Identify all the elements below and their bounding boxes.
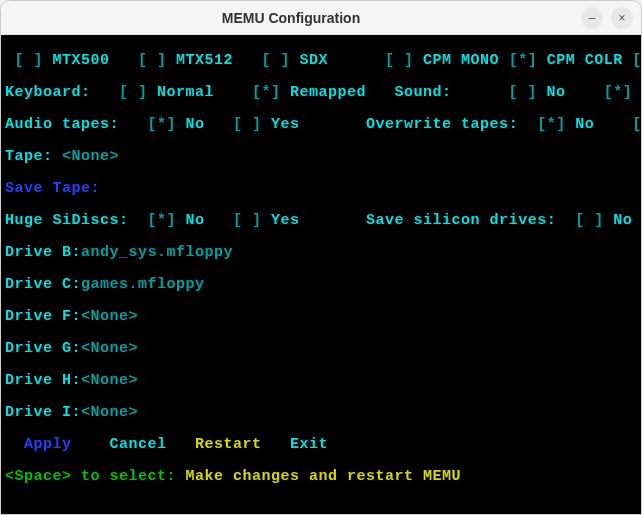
huge-sidiscs-no-checkbox[interactable]: [*] <box>129 212 186 229</box>
sound-yes-checkbox[interactable]: [*] <box>566 84 641 101</box>
save-silicon-yes-checkbox[interactable]: [*] <box>632 212 641 229</box>
titlebar: MEMU Configuration – × <box>1 1 641 35</box>
hint-msg: Make changes and restart MEMU <box>186 468 462 485</box>
drive-f-label: Drive F: <box>5 308 81 325</box>
minimize-button[interactable]: – <box>581 7 603 29</box>
sound-no-checkbox[interactable]: [ ] <box>452 84 547 101</box>
drive-h-value[interactable]: <None> <box>81 372 138 389</box>
audio-tapes-yes-label: Yes <box>271 116 300 133</box>
cpm-colr-label: CPM COLR <box>547 52 623 69</box>
huge-sidiscs-label: Huge SiDiscs: <box>5 212 129 229</box>
sdx-label: SDX <box>300 52 357 69</box>
drive-c-value[interactable]: games.mfloppy <box>81 276 205 293</box>
audio-tapes-label: Audio tapes: <box>5 116 119 133</box>
overwrite-no-checkbox[interactable]: [*] <box>518 116 575 133</box>
huge-sidiscs-no-label: No <box>186 212 205 229</box>
cpm-mono-checkbox[interactable]: [ ] <box>357 52 424 69</box>
overwrite-yes-checkbox[interactable]: [ ] <box>594 116 641 133</box>
terminal: [ ] MTX500 [ ] MTX512 [ ] SDX [ ] CPM MO… <box>1 35 641 514</box>
save-tape-label[interactable]: Save Tape: <box>5 180 100 197</box>
audio-tapes-yes-checkbox[interactable]: [ ] <box>205 116 272 133</box>
hint-mid: to select: <box>72 468 186 485</box>
mtx500-checkbox[interactable]: [ ] <box>5 52 53 69</box>
huge-sidiscs-yes-checkbox[interactable]: [ ] <box>205 212 272 229</box>
restart-button[interactable]: Restart <box>167 436 262 453</box>
mtx512-checkbox[interactable]: [ ] <box>110 52 177 69</box>
drive-h-label: Drive H: <box>5 372 81 389</box>
mfx-checkbox[interactable]: [ ] <box>623 52 641 69</box>
sound-no-label: No <box>547 84 566 101</box>
exit-button[interactable]: Exit <box>262 436 329 453</box>
close-button[interactable]: × <box>611 7 633 29</box>
hint-key: <Space> <box>5 468 72 485</box>
drive-g-value[interactable]: <None> <box>81 340 138 357</box>
audio-tapes-no-checkbox[interactable]: [*] <box>119 116 186 133</box>
mtx512-label: MTX512 <box>176 52 233 69</box>
drive-b-value[interactable]: andy_sys.mfloppy <box>81 244 233 261</box>
audio-tapes-no-label: No <box>186 116 205 133</box>
minimize-icon: – <box>589 11 596 25</box>
kb-remapped-checkbox[interactable]: [*] <box>214 84 290 101</box>
sdx-checkbox[interactable]: [ ] <box>233 52 300 69</box>
mtx500-label: MTX500 <box>53 52 110 69</box>
save-silicon-no-checkbox[interactable]: [ ] <box>556 212 613 229</box>
drive-f-value[interactable]: <None> <box>81 308 138 325</box>
drive-g-label: Drive G: <box>5 340 81 357</box>
drive-i-value[interactable]: <None> <box>81 404 138 421</box>
tape-value[interactable]: <None> <box>53 148 120 165</box>
app-window: MEMU Configuration – × [ ] MTX500 [ ] MT… <box>0 0 642 515</box>
cancel-button[interactable]: Cancel <box>72 436 167 453</box>
tape-label: Tape: <box>5 148 53 165</box>
keyboard-label: Keyboard: <box>5 84 91 101</box>
kb-normal-label: Normal <box>157 84 214 101</box>
kb-remapped-label: Remapped <box>290 84 366 101</box>
overwrite-tapes-label: Overwrite tapes: <box>300 116 519 133</box>
overwrite-no-label: No <box>575 116 594 133</box>
close-icon: × <box>618 11 625 25</box>
drive-b-label: Drive B: <box>5 244 81 261</box>
kb-normal-checkbox[interactable]: [ ] <box>91 84 158 101</box>
save-silicon-label: Save silicon drives: <box>300 212 557 229</box>
huge-sidiscs-yes-label: Yes <box>271 212 300 229</box>
cpm-colr-checkbox[interactable]: [*] <box>499 52 547 69</box>
drive-i-label: Drive I: <box>5 404 81 421</box>
sound-label: Sound: <box>366 84 452 101</box>
save-silicon-no-label: No <box>613 212 632 229</box>
cpm-mono-label: CPM MONO <box>423 52 499 69</box>
drive-c-label: Drive C: <box>5 276 81 293</box>
apply-button[interactable]: Apply <box>5 436 72 453</box>
window-title: MEMU Configuration <box>9 10 573 26</box>
